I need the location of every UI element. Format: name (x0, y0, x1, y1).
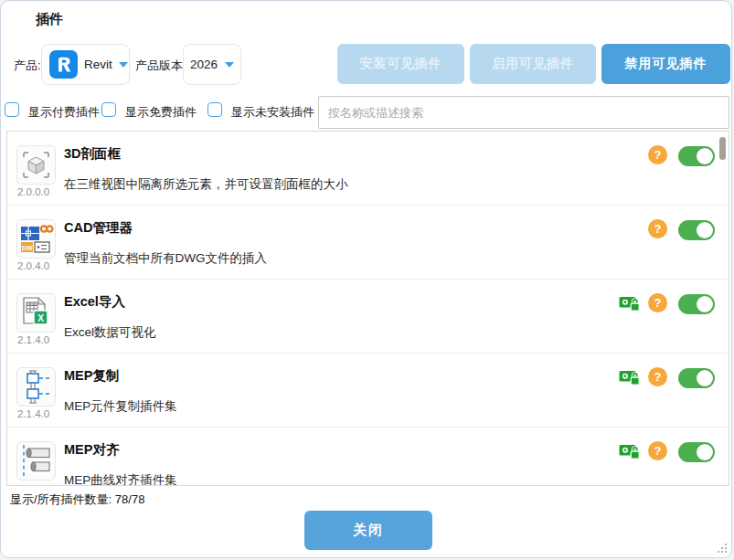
toggle-knob (697, 148, 713, 164)
version-label: 产品版本: (135, 58, 186, 74)
chevron-down-icon (225, 62, 234, 68)
toggle-knob (697, 370, 713, 386)
version-dropdown[interactable]: 2026 (183, 44, 241, 85)
plugin-enable-toggle[interactable] (678, 220, 715, 240)
disable-visible-button[interactable]: 禁用可见插件 (601, 44, 730, 84)
chevron-down-icon (119, 62, 128, 68)
mep-align-icon (16, 441, 56, 481)
plugin-version: 2.1.4.0 (17, 408, 49, 419)
plugin-name: 3D剖面框 (64, 145, 121, 163)
help-icon[interactable]: ? (648, 441, 667, 460)
dialog-title: 插件 (36, 11, 63, 28)
help-glyph: ? (654, 148, 662, 162)
plugin-row: MEP对齐 MEP曲线对齐插件集 ? (7, 428, 729, 486)
help-glyph: ? (654, 370, 662, 384)
cad-manager-icon: DW (16, 219, 56, 259)
plugin-manager-dialog: 插件 产品: Revit 产品版本: 2026 安装可见插件 启用可见插件 禁用… (0, 0, 732, 558)
version-value: 2026 (190, 58, 218, 71)
plugin-row: DW 2.0.4.0 CAD管理器 管理当前文档中所有DWG文件的插入 ? (7, 206, 729, 280)
paid-license-icon (619, 368, 643, 386)
plugin-list: 2.0.0.0 3D剖面框 在三维视图中隔离所选元素，并可设置剖面框的大小 ? … (6, 131, 729, 486)
show-paid-label: 显示付费插件 (28, 104, 100, 121)
toggle-knob (697, 222, 713, 238)
show-free-label: 显示免费插件 (125, 104, 197, 121)
show-paid-checkbox[interactable] (5, 102, 19, 117)
paid-license-icon (619, 294, 643, 312)
plugin-name: CAD管理器 (64, 219, 133, 237)
help-icon[interactable]: ? (648, 219, 667, 238)
show-free-checkbox[interactable] (101, 102, 116, 117)
plugin-version: 2.1.4.0 (17, 334, 49, 345)
plugin-name: MEP对齐 (64, 441, 119, 459)
plugin-icon-box: DW (16, 219, 56, 259)
mep-copy-icon (16, 367, 56, 407)
product-label: 产品: (14, 58, 41, 74)
plugin-version: 2.0.0.0 (17, 186, 49, 197)
help-glyph: ? (654, 444, 662, 458)
toggle-knob (697, 444, 713, 460)
plugin-enable-toggle[interactable] (678, 146, 715, 166)
plugin-enable-toggle[interactable] (678, 294, 715, 314)
plugin-icon-box: X (16, 293, 56, 333)
search-input[interactable] (318, 96, 729, 129)
plugin-row: 2.0.0.0 3D剖面框 在三维视图中隔离所选元素，并可设置剖面框的大小 ? (7, 132, 729, 206)
plugin-icon-box (16, 367, 56, 407)
plugin-enable-toggle[interactable] (678, 368, 715, 388)
enable-visible-button[interactable]: 启用可见插件 (470, 44, 596, 84)
plugin-description: MEP元件复制插件集 (64, 398, 177, 415)
plugin-row: X 2.1.4.0 Excel导入 Excel数据可视化 ? (7, 280, 729, 354)
plugin-count-status: 显示/所有插件数量: 78/78 (10, 491, 144, 508)
plugin-description: 在三维视图中隔离所选元素，并可设置剖面框的大小 (64, 176, 348, 193)
product-value: Revit (84, 58, 112, 71)
plugin-version: 2.0.4.0 (17, 260, 49, 271)
help-glyph: ? (654, 296, 662, 310)
plugin-name: Excel导入 (64, 293, 125, 311)
toggle-knob (697, 296, 713, 312)
revit-logo-icon (49, 50, 78, 79)
excel-import-icon: X (16, 293, 56, 333)
show-not-installed-checkbox[interactable] (207, 102, 222, 117)
plugin-row: 2.1.4.0 MEP复制 MEP元件复制插件集 ? (7, 354, 729, 428)
scrollbar-thumb[interactable] (719, 137, 726, 160)
section-box-icon (16, 145, 56, 185)
product-dropdown[interactable]: Revit (41, 44, 130, 85)
plugin-description: 管理当前文档中所有DWG文件的插入 (64, 250, 267, 267)
svg-text:DW: DW (22, 245, 33, 251)
plugin-name: MEP复制 (64, 367, 119, 385)
help-icon[interactable]: ? (648, 293, 667, 312)
plugin-icon-box (16, 145, 56, 185)
help-icon[interactable]: ? (648, 367, 667, 386)
resize-grip-icon[interactable] (715, 541, 728, 554)
show-not-installed-label: 显示未安装插件 (231, 104, 314, 121)
help-icon[interactable]: ? (648, 145, 667, 164)
close-button[interactable]: 关闭 (304, 511, 432, 550)
svg-text:X: X (37, 313, 44, 323)
help-glyph: ? (654, 222, 662, 236)
paid-license-icon (619, 442, 643, 460)
plugin-icon-box (16, 441, 56, 481)
install-visible-button[interactable]: 安装可见插件 (337, 44, 464, 84)
plugin-description: MEP曲线对齐插件集 (64, 472, 177, 486)
plugin-enable-toggle[interactable] (678, 442, 715, 462)
plugin-description: Excel数据可视化 (64, 324, 156, 341)
